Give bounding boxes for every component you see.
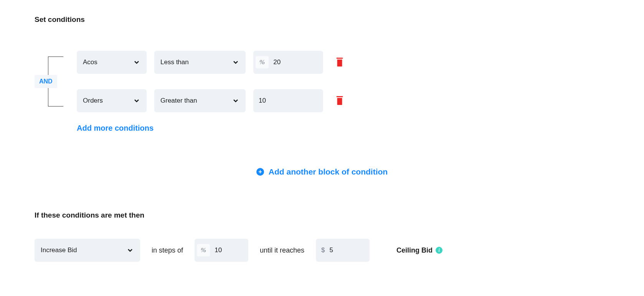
svg-rect-3 [337,98,342,105]
svg-rect-2 [337,96,343,97]
action-type-value: Increase Bid [41,246,77,254]
steps-input[interactable]: % 10 [195,239,248,262]
add-block-row: + Add another block of condition [35,167,609,176]
delete-button[interactable] [335,57,344,67]
metric-value: Orders [83,97,103,105]
operator-value: Less than [160,58,189,66]
conditions-block: AND Acos Less than % 20 [35,51,609,112]
value-input[interactable]: 10 [253,89,323,112]
percent-prefix: % [256,56,269,68]
trash-icon [335,96,344,106]
set-conditions-title: Set conditions [35,15,609,24]
metric-select[interactable]: Orders [77,89,147,112]
chevron-down-icon [126,246,134,254]
delete-button[interactable] [335,96,344,106]
chevron-down-icon [133,97,140,105]
ceiling-bid-group: Ceiling Bid i [396,246,443,254]
chevron-down-icon [232,58,239,66]
action-type-select[interactable]: Increase Bid [35,239,140,262]
until-label: until it reaches [260,246,304,254]
metric-value: Acos [83,58,97,66]
operator-select[interactable]: Less than [154,51,246,74]
value-text: 20 [273,58,281,66]
svg-rect-1 [337,60,342,67]
ceiling-bid-label: Ceiling Bid [396,246,433,254]
action-section-title: If these conditions are met then [35,211,609,220]
steps-value: 10 [215,246,222,254]
chevron-down-icon [133,58,140,66]
trash-icon [335,57,344,67]
value-input[interactable]: % 20 [253,51,323,74]
chevron-down-icon [232,97,239,105]
add-more-conditions-link[interactable]: Add more conditions [77,124,154,133]
metric-select[interactable]: Acos [77,51,147,74]
logic-connector: AND [35,51,77,112]
and-badge: AND [35,75,57,88]
until-input[interactable]: $ 5 [316,239,370,262]
steps-label: in steps of [152,246,183,254]
add-block-label: Add another block of condition [269,167,388,176]
add-block-link[interactable]: + Add another block of condition [256,167,388,176]
dollar-prefix: $ [321,246,325,254]
operator-value: Greater than [160,97,197,105]
action-row: Increase Bid in steps of % 10 until it r… [35,239,609,262]
svg-rect-0 [337,58,343,59]
condition-row: Orders Greater than 10 [77,89,344,112]
info-icon[interactable]: i [436,247,443,254]
plus-circle-icon: + [256,168,264,176]
condition-row: Acos Less than % 20 [77,51,344,74]
value-text: 10 [259,97,266,105]
condition-rows: Acos Less than % 20 Orders [77,51,344,112]
until-value: 5 [330,246,333,254]
operator-select[interactable]: Greater than [154,89,246,112]
percent-prefix: % [197,244,210,256]
